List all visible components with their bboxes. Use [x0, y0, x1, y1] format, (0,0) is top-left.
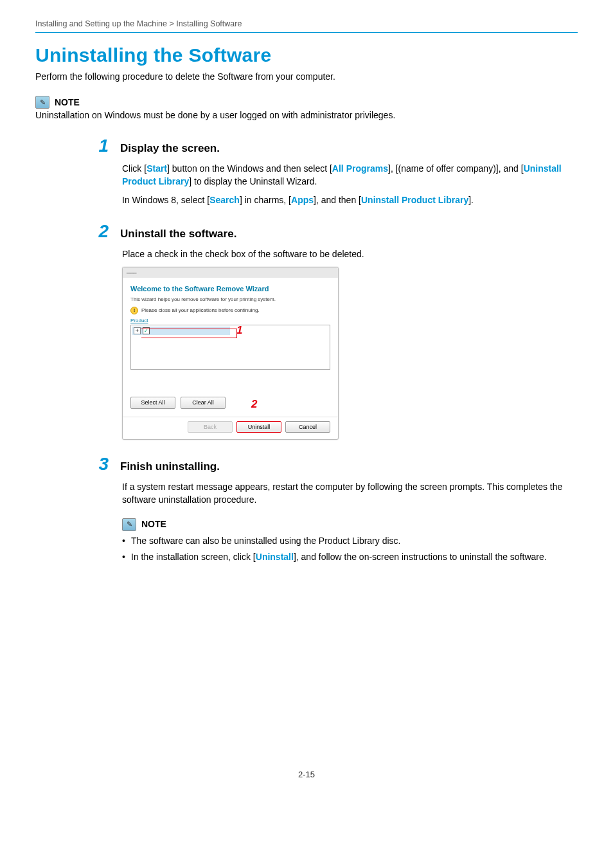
wizard-tree-row[interactable]: + ✓ — [132, 327, 230, 335]
note-icon: ✎ — [122, 518, 136, 531]
text-fragment: In Windows 8, select [ — [122, 195, 209, 205]
wizard-tree: + ✓ 1 — [130, 325, 330, 370]
step-1: 1 Display the screen. Click [Start] butt… — [122, 136, 578, 207]
wizard-titlebar: ━━━ — [123, 267, 338, 278]
step-title: Display the screen. — [120, 142, 220, 155]
wizard-screenshot: ━━━ Welcome to the Software Remove Wizar… — [122, 267, 339, 440]
step-2: 2 Uninstall the software. Place a check … — [122, 221, 578, 440]
text-fragment: ]. — [468, 195, 474, 205]
callout-2: 2 — [251, 397, 257, 412]
note-list: The software can also be uninstalled usi… — [122, 535, 578, 564]
uninstall-button[interactable]: Uninstall — [236, 421, 281, 433]
wizard-subtext: This wizard helps you remove software fo… — [130, 296, 330, 303]
note-list-item: The software can also be uninstalled usi… — [122, 535, 578, 548]
step1-paragraph2: In Windows 8, select [Search] in charms,… — [122, 194, 578, 207]
ui-term: All Programs — [332, 163, 388, 174]
step1-paragraph1: Click [Start] button on the Windows and … — [122, 163, 578, 188]
breadcrumb: Installing and Setting up the Machine > … — [35, 19, 578, 31]
ui-term: Uninstall — [256, 552, 294, 562]
select-all-button[interactable]: Select All — [130, 397, 175, 409]
callout-number: 1 — [236, 324, 242, 336]
note-label: NOTE — [55, 97, 80, 107]
wizard-warning: ! Please close all your applications bef… — [130, 307, 330, 314]
expand-icon[interactable]: + — [134, 327, 141, 334]
note-icon: ✎ — [35, 96, 49, 109]
text-fragment: ], [(name of offer company)], and [ — [388, 163, 524, 174]
clear-all-button[interactable]: Clear All — [181, 397, 226, 409]
text-fragment: ] button on the Windows and then select … — [167, 163, 332, 174]
page-number: 2-15 — [35, 770, 578, 779]
step2-paragraph: Place a check in the check box of the so… — [122, 248, 578, 261]
divider — [35, 32, 578, 33]
text-fragment: In the installation screen, click [ — [131, 552, 256, 562]
ui-term: Apps — [291, 195, 314, 205]
cancel-button[interactable]: Cancel — [285, 421, 330, 433]
wizard-heading: Welcome to the Software Remove Wizard — [130, 284, 330, 294]
text-fragment: Click [ — [122, 163, 147, 174]
checkbox-icon[interactable]: ✓ — [143, 327, 150, 334]
warning-icon: ! — [130, 307, 138, 314]
note-list-item: In the installation screen, click [Unins… — [122, 551, 578, 564]
note-label: NOTE — [141, 518, 166, 531]
note-text: Uninstallation on Windows must be done b… — [35, 110, 578, 120]
wizard-panel-label: Product — [130, 317, 330, 324]
step-number: 1 — [93, 136, 109, 156]
steps-container: 1 Display the screen. Click [Start] butt… — [122, 136, 578, 564]
step-number: 3 — [93, 454, 109, 475]
intro-text: Perform the following procedure to delet… — [35, 71, 578, 82]
step3-paragraph: If a system restart message appears, res… — [122, 481, 578, 506]
ui-term: Uninstall Product Library — [361, 195, 468, 205]
page-title: Uninstalling the Software — [35, 44, 578, 66]
document-page: Installing and Setting up the Machine > … — [0, 0, 613, 868]
text-fragment: ], and then [ — [314, 195, 361, 205]
warning-text: Please close all your applications befor… — [141, 307, 260, 314]
step-title: Finish uninstalling. — [120, 460, 220, 473]
back-button[interactable]: Back — [188, 421, 233, 433]
note-box-top: ✎ NOTE Uninstallation on Windows must be… — [35, 96, 578, 120]
ui-term: Search — [209, 195, 240, 205]
note-box-bottom: ✎ NOTE The software can also be uninstal… — [122, 518, 578, 564]
callout-1: 1 — [236, 323, 242, 338]
step-3: 3 Finish uninstalling. If a system resta… — [122, 454, 578, 563]
ui-term: Start — [147, 163, 167, 174]
step-number: 2 — [93, 221, 109, 242]
text-fragment: ], and follow the on-screen instructions… — [294, 552, 547, 562]
text-fragment: ] in charms, [ — [240, 195, 291, 205]
text-fragment: ] to display the Uninstall Wizard. — [189, 176, 317, 186]
step-title: Uninstall the software. — [120, 228, 236, 240]
